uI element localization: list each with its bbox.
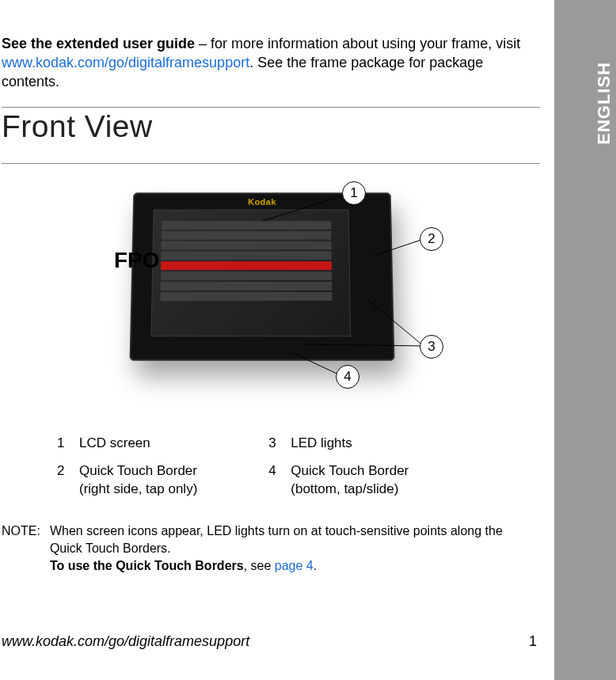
rule-top xyxy=(2,107,540,108)
footer: www.kodak.com/go/digitalframesupport 1 xyxy=(2,633,537,650)
intro-lead-rest: – for more information about using your … xyxy=(195,36,520,51)
language-label: ENGLISH xyxy=(594,62,614,145)
figure: Kodak FPO 1 2 3 4 xyxy=(2,184,540,398)
legend-text: LED lights xyxy=(291,435,352,453)
svg-line-1 xyxy=(374,240,421,256)
svg-line-0 xyxy=(263,195,346,221)
intro-link[interactable]: www.kodak.com/go/digitalframesupport xyxy=(2,55,249,70)
page-number: 1 xyxy=(529,633,537,650)
note: NOTE: When screen icons appear, LED ligh… xyxy=(2,522,540,575)
note-line2-rest: , see xyxy=(244,559,275,572)
svg-line-4 xyxy=(295,354,342,376)
note-line2-bold: To use the Quick Touch Borders xyxy=(50,559,244,572)
page-content: See the extended user guide – for more i… xyxy=(0,0,554,680)
legend-item-4: 4 Quick Touch Border (bottom, tap/slide) xyxy=(268,462,409,499)
legend-num: 2 xyxy=(57,462,68,499)
legend-left: 1 LCD screen 2 Quick Touch Border (right… xyxy=(57,435,197,499)
legend-right: 3 LED lights 4 Quick Touch Border (botto… xyxy=(268,435,409,499)
legend-item-1: 1 LCD screen xyxy=(57,435,197,453)
legend-text: Quick Touch Border (right side, tap only… xyxy=(79,462,197,499)
legend-num: 4 xyxy=(268,462,279,499)
footer-url: www.kodak.com/go/digitalframesupport xyxy=(2,633,249,650)
svg-line-3 xyxy=(304,344,424,346)
note-link[interactable]: page 4 xyxy=(275,559,314,572)
note-line1: When screen icons appear, LED lights tur… xyxy=(50,524,503,555)
legend-item-3: 3 LED lights xyxy=(268,435,409,453)
legend: 1 LCD screen 2 Quick Touch Border (right… xyxy=(57,435,540,499)
callout-lines xyxy=(2,184,556,398)
intro-paragraph: See the extended user guide – for more i… xyxy=(2,35,540,91)
legend-item-2: 2 Quick Touch Border (right side, tap on… xyxy=(57,462,197,499)
intro-lead-bold: See the extended user guide xyxy=(2,36,195,51)
svg-line-2 xyxy=(367,299,424,346)
legend-text: LCD screen xyxy=(79,435,150,453)
section-title: Front View xyxy=(2,109,540,147)
rule-bottom xyxy=(2,163,540,164)
note-line2-tail: . xyxy=(314,559,317,572)
legend-num: 3 xyxy=(268,435,279,453)
legend-text: Quick Touch Border (bottom, tap/slide) xyxy=(291,462,409,499)
language-tab: ENGLISH xyxy=(554,0,616,680)
note-label: NOTE: xyxy=(2,522,40,575)
legend-num: 1 xyxy=(57,435,68,453)
note-body: When screen icons appear, LED lights tur… xyxy=(50,522,529,575)
